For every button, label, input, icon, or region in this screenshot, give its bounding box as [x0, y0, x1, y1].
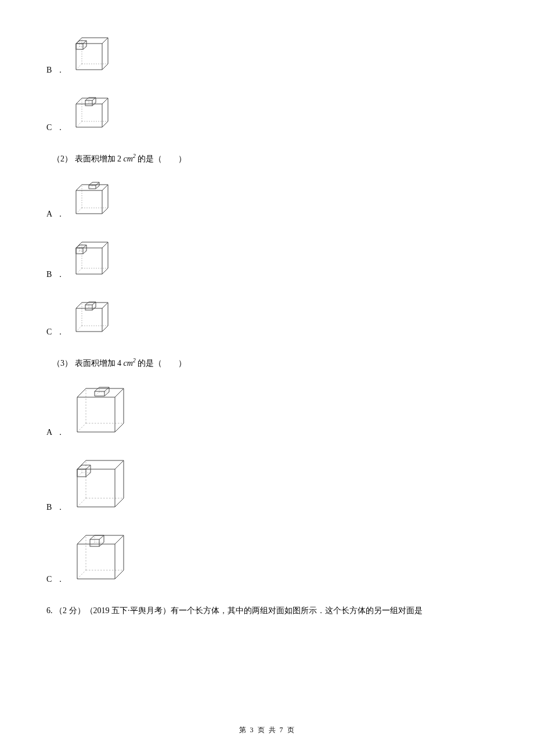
- cube-diagram-q2-b: [71, 239, 112, 282]
- q2-option-a-label: A ．: [46, 209, 66, 219]
- q2-prefix: （2） 表面积增加 2: [52, 154, 124, 163]
- svg-line-19: [89, 186, 92, 189]
- svg-line-14: [76, 208, 82, 214]
- q3-suffix: 的是（ ）: [136, 358, 187, 367]
- option-row: B ．: [46, 35, 488, 78]
- option-b-label: B ．: [46, 65, 66, 75]
- option-row: B ．: [46, 239, 488, 282]
- q2-unit-base: cm: [124, 154, 133, 163]
- option-row: A ．: [46, 182, 488, 222]
- cube-diagram-q2-c: [71, 300, 112, 340]
- option-row: C ．: [46, 95, 488, 135]
- q3-prefix: （3） 表面积增加 4: [52, 358, 124, 367]
- svg-line-34: [77, 423, 86, 432]
- q3-option-b-label: B ．: [46, 502, 66, 513]
- question-6: 6. （2 分）（2019 五下·平舆月考）有一个长方体，其中的两组对面如图所示…: [46, 604, 488, 617]
- option-row: C ．: [46, 532, 488, 587]
- svg-line-0: [76, 64, 82, 70]
- svg-line-25: [76, 251, 80, 254]
- option-row: A ．: [46, 386, 488, 440]
- svg-line-20: [76, 268, 82, 274]
- q2-option-b-label: B ．: [46, 269, 66, 280]
- svg-line-45: [77, 473, 82, 477]
- option-row: B ．: [46, 458, 488, 515]
- q2-option-c-label: C ．: [46, 327, 66, 337]
- page-footer: 第 3 页 共 7 页: [0, 725, 534, 735]
- svg-line-47: [77, 570, 86, 579]
- svg-line-5: [76, 46, 80, 49]
- cube-diagram-b-top: [71, 35, 112, 78]
- cube-diagram-c-top: [71, 95, 112, 135]
- q3-unit-base: cm: [124, 358, 133, 367]
- svg-line-7: [76, 121, 82, 127]
- svg-rect-50: [90, 539, 99, 546]
- footer-text: 第 3 页 共 7 页: [239, 726, 295, 734]
- option-c-label: C ．: [46, 123, 66, 133]
- question-3: （3） 表面积增加 4 cm2 的是（ ）: [52, 357, 488, 369]
- q3-option-a-label: A ．: [46, 427, 66, 438]
- option-row: C ．: [46, 300, 488, 340]
- svg-line-39: [95, 392, 99, 396]
- page-content: B ．: [0, 0, 534, 647]
- cube-diagram-q3-c: [71, 532, 129, 587]
- svg-line-27: [76, 326, 82, 332]
- cube-diagram-q3-a: [71, 386, 129, 440]
- question-2: （2） 表面积增加 2 cm2 的是（ ）: [52, 153, 488, 164]
- q2-suffix: 的是（ ）: [136, 154, 187, 163]
- cube-diagram-q3-b: [71, 458, 129, 515]
- q3-option-c-label: C ．: [46, 574, 66, 585]
- svg-line-40: [77, 498, 86, 507]
- cube-diagram-q2-a: [71, 182, 112, 222]
- q6-text: 6. （2 分）（2019 五下·平舆月考）有一个长方体，其中的两组对面如图所示…: [46, 606, 423, 615]
